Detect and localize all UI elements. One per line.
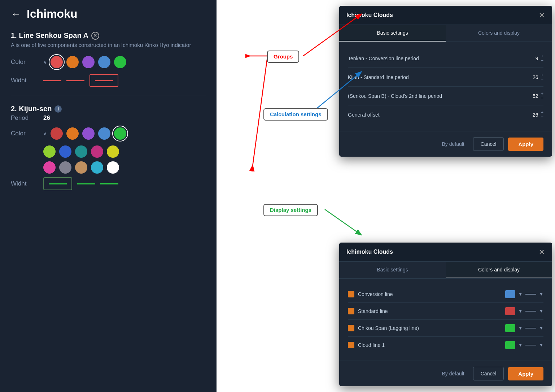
standard-controls: ▼ ▼ <box>505 307 543 315</box>
display-left-conversion: Conversion line <box>348 291 393 297</box>
cloud-color-dropdown[interactable]: ▼ <box>518 343 523 348</box>
cloud-dash <box>525 345 536 345</box>
swatch-hotpink[interactable] <box>43 161 56 174</box>
color-label-1: Color <box>11 58 43 66</box>
color-row-2c <box>43 161 206 174</box>
conversion-color-dropdown[interactable]: ▼ <box>518 292 523 297</box>
apply-btn-2[interactable]: Apply <box>508 367 543 380</box>
width-row-1: Widht <box>11 74 206 87</box>
cloud-color[interactable] <box>505 341 515 349</box>
by-default-btn-2[interactable]: By default <box>437 368 468 379</box>
dialog-2-close[interactable]: ✕ <box>539 248 545 256</box>
swatch-purple-1[interactable] <box>82 56 95 68</box>
dialog-2-tabs: Basic settings Colors and display <box>339 262 552 279</box>
chikou-color-dropdown[interactable]: ▼ <box>518 326 523 331</box>
swatch-pink[interactable] <box>91 145 103 158</box>
by-default-btn-1[interactable]: By default <box>437 138 468 150</box>
cloud-style-dropdown[interactable]: ▼ <box>539 343 543 348</box>
svg-line-4 <box>253 60 267 166</box>
swatch-gray[interactable] <box>59 161 71 174</box>
swatch-purple-2[interactable] <box>82 127 95 140</box>
swatch-orange-1[interactable] <box>66 56 79 68</box>
swatch-lgreen[interactable] <box>43 145 56 158</box>
width-medium-1[interactable] <box>66 80 84 81</box>
standard-style-dropdown[interactable]: ▼ <box>539 309 543 314</box>
conversion-style-dropdown[interactable]: ▼ <box>539 292 543 297</box>
senkou-value: 52 <box>528 93 538 99</box>
width-thin-1[interactable] <box>43 80 61 81</box>
width-selected-1[interactable] <box>89 74 118 87</box>
standard-color[interactable] <box>505 307 515 315</box>
swatch-blue-2[interactable] <box>98 127 110 140</box>
tab-basic-settings-2[interactable]: Basic settings <box>339 262 446 278</box>
senkou-increment[interactable]: + <box>541 92 543 96</box>
setting-row-kijun: Kijun - Standard line period 26 + − <box>348 68 543 87</box>
width-medium-2[interactable] <box>77 183 95 184</box>
swatch-white[interactable] <box>107 161 119 174</box>
width-label-1: Widht <box>11 77 43 84</box>
tab-colors-display-1[interactable]: Colors and display <box>446 25 552 42</box>
tab-basic-settings-1[interactable]: Basic settings <box>339 25 446 42</box>
cancel-btn-1[interactable]: Cancel <box>473 137 504 151</box>
conversion-color[interactable] <box>505 290 515 298</box>
swatch-cyan[interactable] <box>91 161 103 174</box>
tenkan-increment[interactable]: + <box>541 54 543 58</box>
section-1: 1. Line Senkou Span A ✕ A is one of five… <box>11 31 206 87</box>
senkou-control: 52 + − <box>528 92 543 100</box>
color-grid-2 <box>43 145 206 174</box>
conversion-controls: ▼ ▼ <box>505 290 543 298</box>
swatch-orange-2[interactable] <box>66 127 79 140</box>
senkou-decrement[interactable]: − <box>541 96 543 100</box>
cloud-label: Cloud line 1 <box>358 342 385 348</box>
chikou-label: Chikou Span (Lagging line) <box>358 325 419 331</box>
back-arrow-icon[interactable]: ← <box>11 8 21 20</box>
swatch-yellow[interactable] <box>107 145 119 158</box>
info-icon-2[interactable]: i <box>54 105 62 113</box>
offset-decrement[interactable]: − <box>541 115 543 119</box>
display-left-standard: Standard line <box>348 308 388 314</box>
right-area: Groups Calculation settings Display sett… <box>245 0 555 392</box>
annotation-calc: Calculation settings <box>263 108 328 121</box>
setting-row-senkou: (Senkou Span B) - Cloud's 2nd line perio… <box>348 87 543 105</box>
annotation-calc-label: Calculation settings <box>270 111 322 117</box>
chikou-color[interactable] <box>505 324 515 332</box>
divider-1 <box>11 96 206 96</box>
display-row-conversion: Conversion line ▼ ▼ <box>348 286 543 303</box>
color-label-2: Color <box>11 130 43 137</box>
width-row-2: Widht <box>11 177 206 190</box>
section-1-close[interactable]: ✕ <box>91 32 99 40</box>
dialog-1-title: Ichimoku Clouds <box>346 12 393 18</box>
dialog-1-close[interactable]: ✕ <box>539 11 545 19</box>
swatch-red-2[interactable] <box>51 127 63 140</box>
swatch-green-2[interactable] <box>114 127 126 140</box>
chikou-style-dropdown[interactable]: ▼ <box>539 326 543 331</box>
color-dropdown-arrow[interactable]: ∨ <box>43 59 47 65</box>
dialog-1-body: Tenkan - Conversion line period 9 + − Ki… <box>339 42 552 131</box>
color-row-2b <box>43 145 206 158</box>
width-selected-2[interactable] <box>43 177 72 190</box>
swatch-teal[interactable] <box>75 145 87 158</box>
tenkan-label: Tenkan - Conversion line period <box>348 56 419 61</box>
section-2: 2. Kijun-sen i Period 26 Color ∧ <box>11 105 206 190</box>
swatch-tan[interactable] <box>75 161 87 174</box>
offset-increment[interactable]: + <box>541 110 543 114</box>
swatch-green-1[interactable] <box>114 56 126 68</box>
swatch-dblue[interactable] <box>59 145 71 158</box>
color-dropdown-arrow-2[interactable]: ∧ <box>43 131 47 136</box>
standard-color-dropdown[interactable]: ▼ <box>518 309 523 314</box>
width-thick-2[interactable] <box>100 183 118 184</box>
apply-btn-1[interactable]: Apply <box>508 138 543 151</box>
kijun-decrement[interactable]: − <box>541 77 543 81</box>
dialog-1-tabs: Basic settings Colors and display <box>339 25 552 42</box>
kijun-increment[interactable]: + <box>541 73 543 77</box>
swatch-red-1[interactable] <box>51 56 63 68</box>
dialog-1-footer: By default Cancel Apply <box>339 131 552 157</box>
middle-divider <box>217 0 245 392</box>
offset-label: General offset <box>348 112 380 118</box>
dialog-colors: Ichimoku Clouds ✕ Basic settings Colors … <box>339 243 552 386</box>
tab-colors-display-2[interactable]: Colors and display <box>446 262 552 278</box>
swatch-blue-1[interactable] <box>98 56 110 68</box>
dialog-basic: Ichimoku Clouds ✕ Basic settings Colors … <box>339 6 552 157</box>
tenkan-decrement[interactable]: − <box>541 58 543 62</box>
cancel-btn-2[interactable]: Cancel <box>473 367 504 380</box>
